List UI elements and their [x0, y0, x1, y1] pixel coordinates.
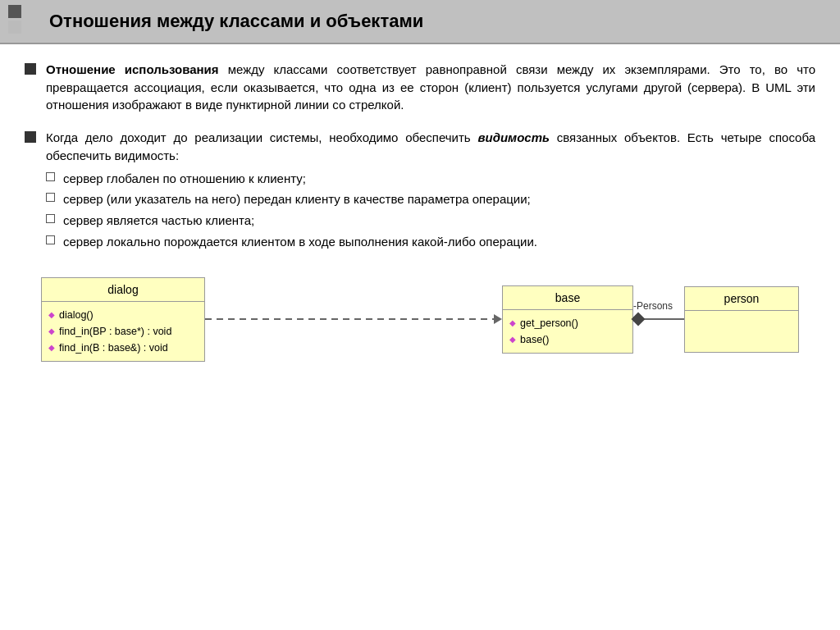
slide-content: Отношение использования между классами с… [0, 44, 840, 386]
uml-diagram: dialog ◆ dialog() ◆ find_in(BP : base*) … [25, 269, 815, 370]
bullet2-intro: Когда дело доходит до реализации системы… [46, 130, 477, 144]
sub-bullet-icon [46, 172, 55, 181]
uml-method: ◆ find_in(BP : base*) : void [48, 323, 198, 340]
dashed-line [205, 318, 494, 320]
slide-title: Отношения между классами и объектами [49, 8, 423, 34]
main-bullet-list: Отношение использования между классами с… [25, 61, 815, 254]
persons-label: -Persons [633, 299, 673, 313]
uml-base-header: base [503, 286, 632, 310]
list-item: сервер локально порождается клиентом в х… [46, 233, 815, 251]
bold-text-1: Отношение использования [46, 62, 219, 76]
uml-method: ◆ get_person() [509, 315, 626, 331]
uml-dialog-box: dialog ◆ dialog() ◆ find_in(BP : base*) … [41, 277, 205, 362]
list-item: Когда дело доходит до реализации системы… [25, 129, 815, 254]
uml-method: ◆ dialog() [48, 307, 198, 323]
bullet-text-1: Отношение использования между классами с… [46, 61, 815, 114]
uml-person-body [685, 311, 798, 352]
filled-diamond-icon [632, 313, 646, 326]
bullet2-italic: видимость [477, 130, 550, 144]
diamond-icon: ◆ [509, 333, 516, 346]
diamond-icon: ◆ [48, 325, 55, 338]
sub-item-text: сервер (или указатель на него) передан к… [63, 190, 531, 208]
header-square-light [8, 21, 21, 34]
sub-bullet-icon [46, 235, 55, 244]
uml-solid-line-group: -Persons [633, 314, 684, 324]
slide: Отношения между классами и объектами Отн… [0, 0, 840, 630]
dashed-line-container [205, 318, 502, 320]
uml-method: ◆ base() [509, 331, 626, 348]
uml-association-section: -Persons [633, 314, 684, 324]
uml-dialog-header: dialog [42, 278, 204, 302]
sub-bullet-icon [46, 193, 55, 202]
arrow-head-icon [494, 314, 502, 324]
uml-method: ◆ find_in(B : base&) : void [48, 340, 198, 356]
bullet-icon [25, 131, 36, 143]
slide-header: Отношения между классами и объектами [0, 0, 840, 44]
sub-bullet-icon [46, 214, 55, 223]
list-item: сервер (или указатель на него) передан к… [46, 190, 815, 208]
header-square-dark [8, 5, 21, 18]
sub-item-text: сервер локально порождается клиентом в х… [63, 233, 537, 251]
list-item: Отношение использования между классами с… [25, 61, 815, 114]
diamond-icon: ◆ [509, 317, 516, 330]
diamond-icon: ◆ [48, 341, 55, 354]
diamond-icon: ◆ [48, 308, 55, 322]
method-text: find_in(BP : base*) : void [59, 323, 171, 340]
method-text: base() [520, 331, 549, 348]
uml-dashed-arrow [205, 318, 502, 320]
uml-dialog-body: ◆ dialog() ◆ find_in(BP : base*) : void … [42, 302, 204, 361]
header-decoration [8, 5, 21, 34]
method-text: find_in(B : base&) : void [59, 340, 168, 356]
sub-item-text: сервер глобален по отношению к клиенту; [63, 170, 306, 188]
bullet-icon [25, 63, 36, 75]
method-text: get_person() [520, 315, 578, 331]
uml-person-box: person [684, 286, 799, 353]
list-item: сервер глобален по отношению к клиенту; [46, 170, 815, 188]
sub-item-text: сервер является частью клиента; [63, 212, 254, 230]
method-text: dialog() [59, 307, 94, 323]
solid-line [643, 318, 684, 320]
uml-base-body: ◆ get_person() ◆ base() [503, 310, 632, 353]
sub-bullet-list: сервер глобален по отношению к клиенту; … [46, 170, 815, 251]
uml-person-header: person [685, 287, 798, 311]
bullet-text-2: Когда дело доходит до реализации системы… [46, 129, 815, 254]
list-item: сервер является частью клиента; [46, 212, 815, 230]
uml-base-box: base ◆ get_person() ◆ base() [502, 285, 633, 354]
